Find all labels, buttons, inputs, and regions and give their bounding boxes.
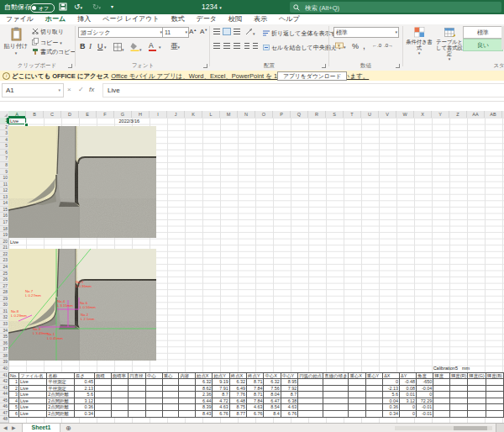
table-cell[interactable]: [179, 379, 196, 386]
table-cell[interactable]: 7.91: [213, 385, 229, 392]
table-cell[interactable]: [449, 379, 467, 386]
column-header-C[interactable]: C: [44, 111, 61, 118]
column-header-AA[interactable]: AA: [467, 111, 485, 118]
table-cell[interactable]: [365, 404, 382, 411]
table-cell[interactable]: [433, 404, 450, 411]
table-cell[interactable]: [349, 411, 365, 418]
row-header-15[interactable]: 15: [0, 207, 8, 213]
column-header-O[interactable]: O: [255, 111, 273, 118]
table-cell[interactable]: [162, 385, 179, 392]
column-header-J[interactable]: J: [167, 111, 185, 118]
table-cell[interactable]: [298, 404, 323, 411]
table-cell[interactable]: 8.62: [196, 385, 213, 392]
table-cell[interactable]: 4.63: [247, 404, 264, 411]
column-header-V[interactable]: V: [379, 111, 396, 118]
table-cell[interactable]: [179, 385, 196, 392]
column-header-H[interactable]: H: [132, 111, 150, 118]
phonetic-guide-icon[interactable]: 亜▾: [171, 42, 180, 52]
align-top-icon[interactable]: [213, 29, 220, 34]
column-header-E[interactable]: E: [79, 111, 97, 118]
row-header-9[interactable]: 9: [0, 169, 8, 176]
table-cell[interactable]: 6.76: [213, 411, 229, 418]
table-cell[interactable]: 8.43: [196, 411, 213, 418]
fill-color-icon[interactable]: ▾: [130, 42, 142, 52]
table-cell[interactable]: [486, 404, 503, 411]
table-cell[interactable]: [433, 379, 450, 386]
search-box[interactable]: [290, 2, 501, 13]
row-header-26[interactable]: 26: [0, 277, 8, 283]
table-cell[interactable]: 2点間距離: [47, 411, 75, 418]
column-header-B[interactable]: B: [26, 111, 44, 118]
search-input[interactable]: [303, 2, 500, 14]
align-left-icon[interactable]: [213, 43, 220, 49]
table-cell[interactable]: 6.38: [281, 398, 297, 404]
row-header-22[interactable]: 22: [0, 251, 8, 258]
table-cell[interactable]: Live: [18, 411, 46, 418]
row-header-18[interactable]: 18: [0, 226, 8, 233]
row-header-31[interactable]: 31: [0, 308, 8, 315]
table-cell[interactable]: 3.12: [400, 398, 417, 404]
table-cell[interactable]: 7.84: [247, 398, 264, 404]
menu-tab-校閲[interactable]: 校閲: [223, 14, 248, 24]
table-cell[interactable]: 9.19: [213, 379, 229, 386]
cut-button[interactable]: 切り取り: [32, 28, 64, 36]
table-cell[interactable]: [468, 392, 486, 398]
row-header-34[interactable]: 34: [0, 328, 8, 335]
menu-tab-数式[interactable]: 数式: [165, 14, 191, 24]
table-cell[interactable]: -0.04: [417, 385, 433, 392]
row-header-46[interactable]: 46: [0, 403, 8, 410]
menu-tab-ページ レイアウト[interactable]: ページ レイアウト: [97, 14, 165, 24]
comma-style-icon[interactable]: ,: [363, 41, 365, 50]
horizontal-scrollbar[interactable]: [395, 426, 492, 430]
table-cell[interactable]: [468, 398, 486, 404]
table-cell[interactable]: 半径測定: [47, 379, 75, 386]
table-cell[interactable]: 0.01: [400, 392, 417, 398]
table-cell[interactable]: 8.7: [213, 392, 229, 398]
table-cell[interactable]: [433, 398, 450, 404]
table-cell[interactable]: 0.08: [400, 385, 417, 392]
table-cell[interactable]: [111, 379, 129, 386]
row-header-48[interactable]: 48: [0, 416, 8, 423]
download-app-button[interactable]: アプリをダウンロード: [277, 71, 347, 81]
align-right-icon[interactable]: [234, 43, 240, 49]
bold-button[interactable]: B: [80, 42, 86, 50]
row-header-4[interactable]: 4: [0, 137, 8, 144]
redo-icon[interactable]: ↻▾: [92, 0, 101, 15]
align-middle-icon[interactable]: [223, 29, 230, 34]
row-header-37[interactable]: 37: [0, 346, 8, 353]
conditional-formatting-button[interactable]: 条件付き書式▾: [405, 27, 433, 56]
row-header-3[interactable]: 3: [0, 130, 8, 137]
table-cell[interactable]: [486, 398, 503, 404]
table-cell[interactable]: 3.12: [75, 398, 95, 404]
column-header-P[interactable]: P: [273, 111, 291, 118]
column-header-W[interactable]: W: [396, 111, 414, 118]
table-cell[interactable]: Live: [18, 404, 46, 411]
table-cell[interactable]: 2点間距離: [47, 404, 75, 411]
table-cell[interactable]: 8.04: [264, 392, 281, 398]
menu-tab-ファイル[interactable]: ファイル: [0, 14, 39, 24]
table-cell[interactable]: [449, 398, 467, 404]
table-cell[interactable]: [94, 411, 111, 418]
increase-indent-icon[interactable]: [253, 43, 258, 49]
row-header-42[interactable]: 42: [0, 378, 8, 385]
table-cell[interactable]: 8.4: [264, 411, 281, 418]
table-cell[interactable]: Live: [18, 392, 46, 398]
row-header-35[interactable]: 35: [0, 334, 8, 340]
row-header-25[interactable]: 25: [0, 271, 8, 277]
table-cell[interactable]: 6.44: [196, 398, 213, 404]
table-cell[interactable]: [486, 385, 503, 392]
table-cell[interactable]: 0: [400, 411, 417, 418]
row-header-12[interactable]: 12: [0, 187, 8, 194]
column-header-X[interactable]: X: [414, 111, 432, 118]
table-cell[interactable]: [486, 392, 503, 398]
cell-h1-date[interactable]: 2022/3/16: [106, 119, 139, 124]
table-cell[interactable]: [162, 379, 179, 386]
table-cell[interactable]: 5.6: [383, 392, 400, 398]
scrollbar-thumb[interactable]: [454, 426, 487, 430]
table-cell[interactable]: [365, 385, 382, 392]
table-cell[interactable]: 8.39: [196, 404, 213, 411]
name-box[interactable]: A1▾: [2, 83, 64, 97]
row-header-32[interactable]: 32: [0, 314, 8, 321]
row-header-14[interactable]: 14: [0, 200, 8, 207]
table-cell[interactable]: [145, 385, 162, 392]
